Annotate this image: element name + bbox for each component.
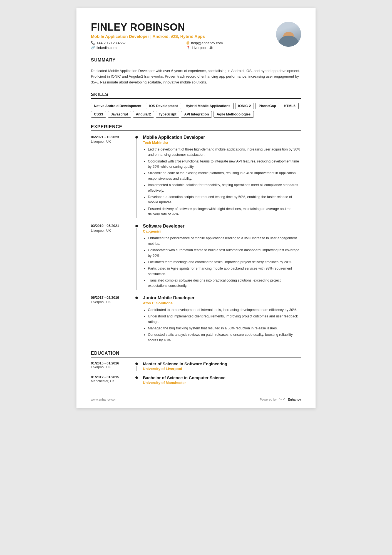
exp-company: Tech Mahindra [143,140,301,145]
linkedin-text: linkedin.com [96,46,116,50]
exp-left: 06/2021 - 10/2023 Liverpool, UK [91,135,134,218]
contact-info: 📞 +44 20 7123 4567 @ help@enhancv.com 🔗 … [91,41,276,50]
exp-location: Liverpool, UK [91,140,131,144]
candidate-title: Mobile Application Developer | Android, … [91,34,276,39]
email-text: help@enhancv.com [191,41,223,45]
bullet-item: Implemented a scalable solution for trac… [148,182,301,193]
skills-title: SKILLS [91,92,301,99]
summary-title: SUMMARY [91,58,301,64]
experience-title: EXPERIENCE [91,124,301,131]
resume-page: FINLEY ROBINSON Mobile Application Devel… [76,8,316,408]
exp-job-title: Mobile Application Developer [143,135,301,140]
phone-text: +44 20 7123 4567 [96,41,126,45]
bullet-item: Streamlined code of the existing mobile … [148,171,301,181]
exp-location: Liverpool, UK [91,300,131,304]
bullet-item: Developed automation scripts that reduce… [148,194,301,205]
education-title: EDUCATION [91,351,301,357]
bullet-item: Conducted static analysis reviews on pat… [148,332,301,343]
exp-company: Capgemini [143,229,301,233]
edu-date: 01/2012 - 01/2015 [91,375,131,379]
exp-dot-line [134,295,139,344]
edu-school: University of Manchester [143,381,301,385]
exp-right: Mobile Application Developer Tech Mahind… [139,135,301,218]
location-item: 📍 Liverpool, UK [186,46,276,50]
footer-website: www.enhancv.com [91,398,117,401]
bullet-item: Collaborated with automation teams to bu… [148,248,301,258]
bullet-item: Coordinated with cross-functional teams … [148,159,301,170]
skill-tag: IONIC-2 [235,103,254,109]
skill-tag: iOS Development [146,103,181,109]
linkedin-item: 🔗 linkedin.com [91,46,181,50]
location-text: Liverpool, UK [192,46,214,50]
exp-bullets: Enhanced the performance of mobile appli… [143,236,301,288]
education-list: 01/2015 - 01/2016 Liverpool, UK Master o… [91,361,301,385]
skills-section: SKILLS Native Android DevelopmentiOS Dev… [91,92,301,118]
exp-dot-line [134,135,139,218]
exp-right: Junior Mobile Developer Atos IT Solution… [139,295,301,344]
phone-icon: 📞 [91,41,95,45]
summary-section: SUMMARY Dedicated Mobile Application Dev… [91,58,301,85]
footer-brand: Powered by 〜✓ Enhancv [260,397,301,402]
email-icon: @ [186,41,190,45]
exp-left: 03/2019 - 05/2021 Liverpool, UK [91,224,134,290]
bullet-item: Understood and implemented client requir… [148,314,301,325]
edu-dot [135,376,138,379]
education-section: EDUCATION 01/2015 - 01/2016 Liverpool, U… [91,351,301,385]
exp-dot [135,297,138,299]
edu-date: 01/2015 - 01/2016 [91,361,131,365]
skill-tag: HTML5 [281,103,299,109]
header-section: FINLEY ROBINSON Mobile Application Devel… [91,22,301,50]
exp-date: 06/2017 - 02/2019 [91,295,131,300]
education-item: 01/2015 - 01/2016 Liverpool, UK Master o… [91,361,301,371]
edu-location: Manchester, UK [91,379,131,383]
exp-line [136,228,137,290]
exp-location: Liverpool, UK [91,229,131,233]
edu-school: University of Liverpool [143,367,301,371]
exp-bullets: Contributed to the development of intern… [143,307,301,343]
bullet-item: Led the development of three high-demand… [148,147,301,158]
experience-item: 03/2019 - 05/2021 Liverpool, UK Software… [91,224,301,290]
exp-dot [135,136,138,139]
skills-grid: Native Android DevelopmentiOS Developmen… [91,103,301,118]
bullet-item: Facilitated team meetings and coordinate… [148,260,301,265]
skill-tag: Hybrid Mobile Applications [183,103,234,109]
bullet-item: Translated complex software designs into… [148,278,301,289]
exp-company: Atos IT Solutions [143,301,301,305]
brand-name: Enhancv [288,398,301,401]
bullet-item: Contributed to the development of intern… [148,307,301,313]
skill-tag: API Integration [181,111,212,118]
header-left: FINLEY ROBINSON Mobile Application Devel… [91,22,276,50]
edu-location: Liverpool, UK [91,365,131,369]
linkedin-icon: 🔗 [91,46,95,50]
bullet-item: Enhanced the performance of mobile appli… [148,236,301,246]
bullet-item: Participated in Agile sprints for enhanc… [148,266,301,277]
exp-date: 03/2019 - 05/2021 [91,224,131,229]
edu-right: Bachelor of Science in Computer Science … [139,375,301,385]
edu-left: 01/2015 - 01/2016 Liverpool, UK [91,361,134,371]
skill-tag: Angular2 [133,111,154,118]
summary-text: Dedicated Mobile Application Developer w… [91,68,301,85]
edu-degree: Bachelor of Science in Computer Science [143,375,301,380]
edu-line [136,366,137,371]
powered-by-label: Powered by [260,398,277,401]
experience-section: EXPERIENCE 06/2021 - 10/2023 Liverpool, … [91,124,301,344]
exp-job-title: Junior Mobile Developer [143,295,301,300]
skill-tag: PhoneGap [255,103,279,109]
skill-tag: Javascript [108,111,131,118]
candidate-name: FINLEY ROBINSON [91,22,276,33]
exp-job-title: Software Developer [143,224,301,229]
edu-left: 01/2012 - 01/2015 Manchester, UK [91,375,134,385]
location-icon: 📍 [186,46,190,50]
experience-item: 06/2017 - 02/2019 Liverpool, UK Junior M… [91,295,301,344]
education-item: 01/2012 - 01/2015 Manchester, UK Bachelo… [91,375,301,385]
exp-bullets: Led the development of three high-demand… [143,147,301,217]
exp-date: 06/2021 - 10/2023 [91,135,131,140]
exp-right: Software Developer Capgemini Enhanced th… [139,224,301,290]
skill-tag: CSS3 [91,111,106,118]
edu-dot-line [134,361,139,371]
bullet-item: Managed the bug tracking system that res… [148,326,301,331]
skill-tag: Native Android Development [91,103,144,109]
experience-item: 06/2021 - 10/2023 Liverpool, UK Mobile A… [91,135,301,218]
brand-logo: 〜✓ [278,397,286,402]
phone-item: 📞 +44 20 7123 4567 [91,41,181,45]
